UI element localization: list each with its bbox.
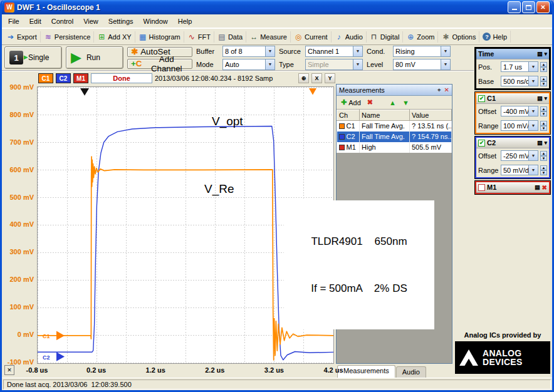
menu-help[interactable]: Help (173, 16, 197, 27)
right-panel: Time ▤▾ Pos. 1.7 us▼ ▲▼ Base 500 ns/div▼… (474, 45, 552, 378)
c2-range-spinner[interactable]: ▲▼ (540, 165, 547, 175)
add-measurement-button[interactable]: ✚Add (338, 97, 363, 108)
mode-select[interactable]: Auto▼ (222, 59, 275, 70)
measurement-row[interactable]: M1 High 505.5 mV (337, 142, 452, 153)
cond-select[interactable]: Rising▼ (393, 46, 451, 57)
toolbar-help[interactable]: ?Help (479, 31, 511, 43)
c1-offset-spinner[interactable]: ▲▼ (540, 106, 547, 116)
close-icon[interactable]: ✖ (542, 184, 547, 191)
toolbar-histogram[interactable]: ▦Histogram (135, 31, 184, 43)
measurement-row[interactable]: C2 Fall Time Avg. ? 154.79 ns... (337, 132, 452, 142)
close-button[interactable]: ✕ (536, 1, 550, 13)
tab-measurements[interactable]: Measurements (337, 365, 395, 378)
spin-up-icon: ▲ (540, 151, 547, 156)
menu-settings[interactable]: Settings (103, 16, 138, 27)
column-header-ch[interactable]: Ch (337, 110, 360, 121)
x-axis-label: 4.2 us (323, 366, 343, 374)
zoom-x-button[interactable]: X (311, 73, 322, 83)
chevron-down-icon: ▼ (528, 62, 538, 71)
c1-ground-icon[interactable] (56, 331, 65, 341)
c1-offset-label: Offset (478, 108, 499, 115)
toolbar-fft[interactable]: ∿FFT (184, 31, 214, 43)
buffer-select[interactable]: 8 of 8▼ (222, 46, 275, 57)
c1-range-spinner[interactable]: ▲▼ (540, 121, 547, 131)
c2-offset-spinner[interactable]: ▲▼ (540, 151, 547, 161)
move-down-button[interactable]: ▼ (400, 98, 412, 108)
add-channel-button[interactable]: +C Add Channel (127, 59, 192, 69)
time-position-spinner[interactable]: ▲▼ (540, 62, 547, 72)
delete-measurement-button[interactable]: ✖ (365, 97, 375, 108)
toolbar-zoom[interactable]: ⊕Zoom (403, 31, 438, 43)
run-button[interactable]: ▶ Run (66, 46, 123, 69)
preset-icon[interactable]: ▤ (537, 95, 543, 101)
menu-view[interactable]: View (78, 16, 103, 27)
toolbar-addxy[interactable]: ⊞Add XY (94, 31, 135, 43)
pin-icon[interactable]: ⌖ (437, 86, 441, 94)
chevron-down-icon: ▼ (265, 59, 274, 70)
channel1-section-title: C1 (487, 95, 496, 102)
arrow-up-icon: ▲ (389, 99, 396, 106)
c1-range-select[interactable]: 100 mV/div▼ (501, 120, 538, 131)
toolbar-persistence[interactable]: ≋Persistence (41, 31, 94, 43)
maximize-button[interactable] (522, 1, 535, 13)
preset-icon[interactable]: ▤ (537, 51, 543, 57)
type-select[interactable]: Simple▼ (305, 59, 363, 70)
time-marker-icon[interactable] (80, 88, 89, 96)
close-icon[interactable]: ✕ (444, 86, 449, 94)
checkbox-checked-icon[interactable]: ✔ (478, 140, 485, 147)
checkbox-unchecked-icon[interactable]: ✔ (478, 184, 485, 191)
adi-tagline: Analog ICs provided by (455, 331, 550, 339)
column-header-name[interactable]: Name (360, 110, 410, 121)
toolbar-export[interactable]: ➔Export (3, 31, 41, 43)
time-position-select[interactable]: 1.7 us▼ (501, 61, 538, 72)
toolbar-data[interactable]: ▤Data (214, 31, 246, 43)
x-axis-label: 1.2 us (146, 366, 165, 374)
menu-window[interactable]: Window (138, 16, 173, 27)
c1-offset-select[interactable]: -400 mV▼ (501, 106, 538, 116)
toolbar-current[interactable]: ◎Current (291, 31, 332, 43)
titlebar[interactable]: W DWF 1 - Oscilloscope 1 ✕ (2, 0, 552, 14)
chevron-down-icon: ▼ (528, 165, 538, 175)
data-icon: ▤ (217, 33, 226, 41)
toolbar-measure[interactable]: ↔Measure (246, 31, 291, 43)
measurement-row[interactable]: C1 Fall Time Avg. ? 13.51 ns (... (337, 121, 452, 132)
checkbox-checked-icon[interactable]: ✔ (478, 95, 485, 102)
chevron-down-icon[interactable]: ▾ (544, 140, 547, 146)
channel-badge-m1[interactable]: M1 (73, 73, 88, 83)
chevron-down-icon[interactable]: ▾ (544, 51, 547, 57)
source-select[interactable]: Channel 1▼ (305, 46, 363, 57)
time-base-spinner[interactable]: ▲▼ (540, 76, 547, 86)
magnifier-button[interactable]: ⊕ (298, 73, 309, 83)
plot-close-button[interactable]: ✕ (4, 365, 14, 375)
tab-audio[interactable]: Audio (396, 366, 426, 378)
channel-badge-c2[interactable]: C2 (56, 73, 71, 83)
measurements-title: Measurements (339, 86, 385, 94)
toolbar-options[interactable]: ✱Options (438, 31, 479, 43)
trigger-position-icon[interactable] (309, 88, 316, 95)
column-header-value[interactable]: Value (410, 110, 452, 121)
channel-color-swatch (339, 123, 345, 129)
level-select[interactable]: 80 mV▼ (393, 59, 451, 70)
single-button[interactable]: 1 Single (4, 46, 62, 69)
menu-file[interactable]: File (3, 16, 24, 27)
preset-icon[interactable]: ▤ (537, 140, 543, 146)
channel-color-swatch (339, 145, 345, 150)
c2-range-select[interactable]: 50 mV/div▼ (501, 165, 538, 175)
c2-ground-icon[interactable] (56, 352, 65, 361)
toolbar-digital[interactable]: ⊓Digital (367, 31, 404, 43)
preset-icon[interactable]: ▤ (535, 184, 540, 191)
channel-badge-c1[interactable]: C1 (38, 73, 53, 83)
chevron-down-icon: ▼ (528, 151, 538, 160)
menu-edit[interactable]: Edit (24, 16, 46, 27)
menu-control[interactable]: Control (46, 16, 78, 27)
single-icon: 1 (9, 51, 23, 64)
toolbar-audio[interactable]: ♪Audio (332, 31, 367, 43)
time-base-select[interactable]: 500 ns/div▼ (501, 76, 538, 86)
move-up-button[interactable]: ▲ (387, 98, 399, 108)
c2-offset-select[interactable]: -250 mV▼ (501, 150, 538, 161)
measure-icon: ↔ (249, 33, 258, 41)
zoom-y-button[interactable]: Y (325, 73, 335, 83)
run-label: Run (86, 53, 100, 62)
chevron-down-icon[interactable]: ▾ (544, 95, 547, 101)
minimize-button[interactable] (508, 1, 521, 13)
